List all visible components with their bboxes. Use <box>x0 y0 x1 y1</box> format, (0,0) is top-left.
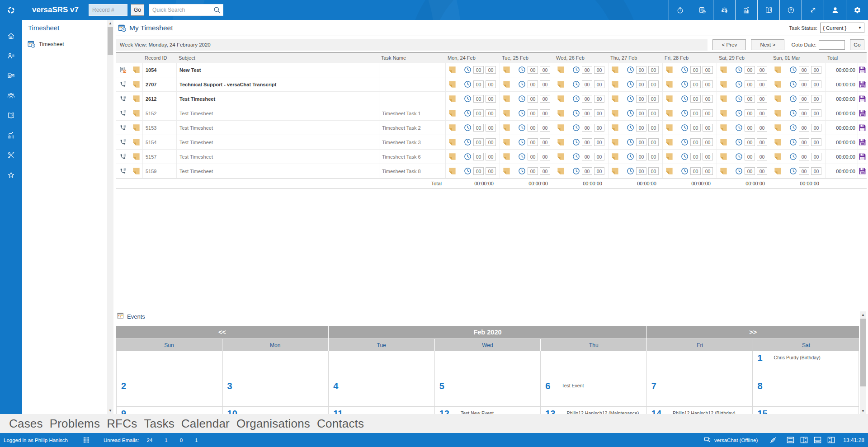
minutes-input[interactable] <box>540 153 550 160</box>
clock-icon[interactable] <box>789 80 797 88</box>
minutes-input[interactable] <box>757 66 767 74</box>
clock-icon[interactable] <box>681 124 689 132</box>
note-icon[interactable] <box>448 66 456 74</box>
rail-tools-button[interactable] <box>0 145 22 165</box>
clock-icon[interactable] <box>735 66 743 74</box>
note-icon[interactable] <box>503 153 510 160</box>
hours-input[interactable] <box>528 66 538 74</box>
hours-input[interactable] <box>799 109 809 117</box>
layout-right-icon[interactable] <box>800 436 808 444</box>
hours-input[interactable] <box>690 138 701 146</box>
clock-icon[interactable] <box>518 95 526 103</box>
minutes-input[interactable] <box>486 66 496 74</box>
calendar-day-cell[interactable]: 9 <box>117 407 222 414</box>
clock-icon[interactable] <box>518 153 526 160</box>
note-icon[interactable] <box>557 167 565 175</box>
layout-list-icon[interactable] <box>786 436 795 444</box>
record-go-button[interactable]: Go <box>131 4 144 16</box>
hours-input[interactable] <box>582 66 592 74</box>
minutes-input[interactable] <box>540 109 550 117</box>
rail-favourites-button[interactable] <box>0 165 22 185</box>
clock-icon[interactable] <box>681 80 689 88</box>
note-icon[interactable] <box>503 109 510 117</box>
minutes-input[interactable] <box>486 80 496 88</box>
user-button[interactable] <box>824 0 846 20</box>
minutes-input[interactable] <box>811 138 821 146</box>
app-logo[interactable] <box>0 0 22 20</box>
minutes-input[interactable] <box>703 153 713 160</box>
hours-input[interactable] <box>473 167 484 175</box>
hours-input[interactable] <box>582 95 592 103</box>
note-icon[interactable] <box>665 80 673 88</box>
minutes-input[interactable] <box>540 124 550 132</box>
minutes-input[interactable] <box>594 66 604 74</box>
clock-icon[interactable] <box>627 80 634 88</box>
settings-button[interactable] <box>846 0 868 20</box>
clock-icon[interactable] <box>627 138 634 146</box>
goto-date-input[interactable] <box>819 40 845 50</box>
minutes-input[interactable] <box>757 109 767 117</box>
events-scrollbar[interactable]: ▲ ▼ <box>860 311 866 414</box>
minutes-input[interactable] <box>648 167 659 175</box>
calendar-day-cell[interactable]: 13Philip12 Hanisch12 (Maintenance) <box>541 407 646 414</box>
note-icon[interactable] <box>132 124 140 132</box>
calendar-day-cell[interactable] <box>435 351 541 379</box>
hours-input[interactable] <box>636 66 646 74</box>
minutes-input[interactable] <box>648 95 659 103</box>
calendar-day-cell[interactable]: 10 <box>223 407 329 414</box>
calendar-day-cell[interactable]: 15 <box>753 407 859 414</box>
note-icon[interactable] <box>557 124 565 132</box>
note-icon[interactable] <box>774 80 782 88</box>
save-row-button[interactable] <box>858 135 867 149</box>
note-icon[interactable] <box>557 80 565 88</box>
scroll-up-icon[interactable]: ▲ <box>107 20 113 27</box>
calendar-event-label[interactable]: Chris Purdy (Birthday) <box>774 351 821 360</box>
clock-icon[interactable] <box>572 124 580 132</box>
hours-input[interactable] <box>745 153 755 160</box>
note-icon[interactable] <box>774 66 782 74</box>
prev-week-button[interactable]: < Prev <box>712 39 746 50</box>
calendar-event-label[interactable]: Test Event <box>561 379 584 388</box>
note-icon[interactable] <box>611 95 619 103</box>
hours-input[interactable] <box>799 124 809 132</box>
clock-icon[interactable] <box>464 138 472 146</box>
hours-input[interactable] <box>582 138 592 146</box>
clock-icon[interactable] <box>572 95 580 103</box>
tab-problems[interactable]: Problems <box>50 417 100 431</box>
hours-input[interactable] <box>636 138 646 146</box>
minutes-input[interactable] <box>540 167 550 175</box>
clock-icon[interactable] <box>518 138 526 146</box>
hours-input[interactable] <box>745 66 755 74</box>
search-icon[interactable] <box>213 6 221 14</box>
hours-input[interactable] <box>473 95 484 103</box>
minutes-input[interactable] <box>757 167 767 175</box>
clock-icon[interactable] <box>735 80 743 88</box>
clock-icon[interactable] <box>735 95 743 103</box>
note-icon[interactable] <box>448 95 456 103</box>
note-icon[interactable] <box>665 66 673 74</box>
calendar-day-cell[interactable]: 12Test New Event <box>435 407 541 414</box>
clock-icon[interactable] <box>789 124 797 132</box>
note-icon[interactable] <box>448 80 456 88</box>
minutes-input[interactable] <box>486 95 496 103</box>
save-row-button[interactable] <box>858 106 867 120</box>
calendar-day-cell[interactable] <box>329 351 434 379</box>
hours-input[interactable] <box>690 124 701 132</box>
clock-icon[interactable] <box>464 109 472 117</box>
minutes-input[interactable] <box>757 95 767 103</box>
clock-icon[interactable] <box>735 153 743 160</box>
clock-icon[interactable] <box>681 66 689 74</box>
calendar-event-label[interactable]: Philip12 Hanisch12 (Birthday) <box>673 407 735 414</box>
save-row-button[interactable] <box>858 121 867 135</box>
note-icon[interactable] <box>774 124 782 132</box>
menu-grid-icon[interactable] <box>82 436 90 444</box>
hours-input[interactable] <box>745 80 755 88</box>
note-icon[interactable] <box>720 95 727 103</box>
note-icon[interactable] <box>611 138 619 146</box>
rail-teams-button[interactable] <box>0 85 22 105</box>
minutes-input[interactable] <box>540 66 550 74</box>
record-number-input[interactable] <box>89 4 127 16</box>
hours-input[interactable] <box>690 167 701 175</box>
clock-icon[interactable] <box>518 80 526 88</box>
clock-icon[interactable] <box>681 138 689 146</box>
